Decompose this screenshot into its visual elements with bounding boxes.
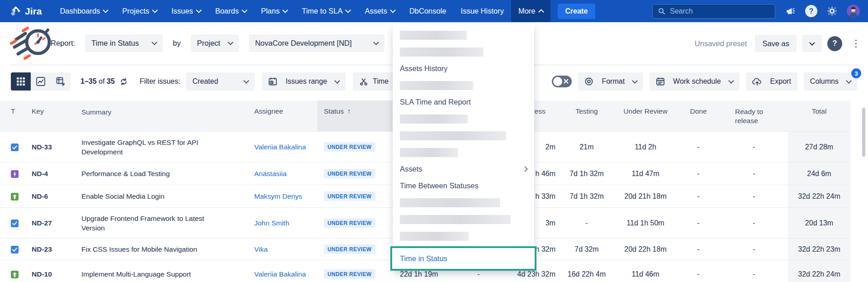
cell-done: -	[677, 192, 720, 201]
nav-item-issues[interactable]: Issues	[164, 0, 208, 22]
cell-under_review: 11d 47m	[614, 170, 677, 178]
story-issue-type-icon	[11, 270, 19, 277]
menu-item-assets-history[interactable]: Assets History	[393, 60, 534, 77]
status-badge: UNDER REVIEW	[324, 191, 375, 201]
menu-item-label: Assets History	[400, 64, 447, 73]
grid-view-button[interactable]	[11, 72, 31, 91]
jira-logo[interactable]: Jira	[10, 0, 42, 22]
nav-item-boards[interactable]: Boards	[208, 0, 254, 22]
more-options-kebab-button[interactable]: ⋮	[848, 38, 864, 49]
announcement-megaphone-icon[interactable]	[785, 6, 796, 17]
chevron-down-icon	[152, 7, 158, 13]
report-help-button[interactable]: ?	[827, 36, 842, 51]
chart-view-button[interactable]	[31, 72, 51, 91]
toggle-knob	[553, 77, 562, 86]
toggle-x-icon	[564, 79, 569, 84]
cell-testing: 7d 1h 32m	[559, 170, 614, 178]
menu-item-redacted[interactable]	[393, 127, 534, 144]
redacted-text-bar	[400, 81, 473, 90]
column-header-key[interactable]: Key	[32, 100, 81, 131]
nav-item-projects[interactable]: Projects	[115, 0, 164, 22]
report-type-select[interactable]: Time in Status	[85, 34, 163, 52]
gear-icon[interactable]	[827, 6, 837, 16]
menu-item-redacted[interactable]	[393, 77, 534, 94]
format-button[interactable]: Format	[578, 72, 643, 91]
redacted-text-bar	[400, 31, 467, 40]
column-header-assignee[interactable]: Assignee	[254, 100, 318, 131]
search-icon	[658, 8, 665, 15]
nav-item-dbconsole[interactable]: DbConsole	[402, 0, 454, 22]
refresh-icon[interactable]	[119, 77, 128, 86]
user-avatar[interactable]	[847, 5, 860, 18]
summary-text: Upgrade Frontend Framework to Latest Ver…	[81, 214, 219, 233]
cell-summary: Upgrade Frontend Framework to Latest Ver…	[81, 214, 254, 233]
column-header-label: Testing	[575, 107, 598, 115]
assignee-link[interactable]: Valeriia Bakalina	[254, 270, 318, 278]
help-icon[interactable]: ?	[805, 5, 817, 17]
task-issue-type-icon	[11, 245, 19, 253]
search-input[interactable]: Search	[652, 4, 775, 19]
menu-item-redacted[interactable]	[393, 228, 534, 244]
nav-item-assets[interactable]: Assets	[357, 0, 402, 22]
assignee-link[interactable]: Valeriia Bakalina	[254, 143, 318, 151]
menu-item-redacted[interactable]	[393, 110, 534, 127]
cell-ready_to_release: -	[720, 245, 788, 253]
column-header-under_review[interactable]: Under Review	[614, 100, 677, 131]
pivot-view-button[interactable]	[51, 72, 71, 91]
menu-item-redacted[interactable]	[393, 27, 534, 43]
column-header-type[interactable]: T	[11, 100, 32, 131]
chevron-down-icon	[152, 39, 157, 45]
column-header-summary[interactable]: Summary	[81, 100, 254, 131]
filter-field-select[interactable]: Created	[186, 72, 255, 91]
nav-item-issue-history[interactable]: Issue History	[454, 0, 511, 22]
nav-item-dashboards[interactable]: Dashboards	[52, 0, 115, 22]
column-header-done[interactable]: Done	[677, 100, 720, 131]
assignee-link[interactable]: Maksym Denys	[254, 192, 318, 201]
cell-ready_to_release: -	[720, 192, 788, 201]
menu-item-redacted[interactable]	[393, 194, 534, 211]
issue-count: 1–35 of 35	[81, 77, 128, 86]
issues-range-button[interactable]: Issues range	[262, 72, 346, 91]
menu-item-redacted[interactable]	[393, 144, 534, 161]
cell-testing: -	[559, 219, 614, 227]
cell-key: ND-27	[32, 219, 81, 227]
cell-key: ND-10	[32, 270, 81, 278]
search-placeholder: Search	[670, 7, 693, 15]
assignee-link[interactable]: Anastasiia	[254, 170, 318, 178]
export-button[interactable]: Export	[746, 72, 797, 91]
column-header-ready_to_release[interactable]: Ready to release	[720, 100, 788, 131]
column-header-testing[interactable]: Testing	[559, 100, 614, 131]
toggle-switch-off[interactable]	[552, 76, 572, 87]
menu-item-time-in-status-highlighted[interactable]: Time in Status	[390, 246, 536, 271]
create-button[interactable]: Create	[558, 4, 596, 19]
assignee-link[interactable]: Vika	[254, 245, 318, 253]
column-header-label: Assignee	[254, 107, 283, 115]
tools-icon	[359, 77, 368, 86]
project-select[interactable]: NovaCore Development [ND]	[249, 34, 384, 52]
cell-total: 27d 28m	[788, 132, 850, 162]
nav-item-label: Projects	[122, 7, 149, 15]
menu-item-assets[interactable]: Assets	[393, 161, 534, 177]
work-schedule-button[interactable]: Work schedule	[650, 72, 740, 91]
group-by-select[interactable]: Project	[191, 34, 239, 52]
columns-button[interactable]: Columns	[804, 72, 857, 91]
top-navigation-bar: Jira DashboardsProjectsIssuesBoardsPlans…	[0, 0, 868, 22]
issues-range-label: Issues range	[285, 77, 327, 86]
assignee-link[interactable]: John Smith	[254, 219, 318, 227]
chevron-down-icon	[334, 78, 340, 84]
nav-item-plans[interactable]: Plans	[254, 0, 294, 22]
save-as-button[interactable]: Save as	[755, 35, 797, 52]
menu-item-sla-time-and-report[interactable]: SLA Time and Report	[393, 94, 534, 110]
nav-item-time-to-sla[interactable]: Time to SLA	[294, 0, 357, 22]
save-options-button[interactable]	[802, 35, 822, 52]
chevron-down-icon	[282, 7, 288, 13]
menu-item-redacted[interactable]	[393, 211, 534, 228]
column-header-status[interactable]: Status↑	[318, 100, 394, 131]
column-header-total[interactable]: Total	[788, 100, 850, 131]
cell-type	[11, 143, 32, 151]
cell-total: 20d 13m	[788, 208, 850, 238]
menu-item-time-between-statuses[interactable]: Time Between Statuses	[393, 177, 534, 194]
nav-item-more[interactable]: More	[511, 0, 550, 22]
vertical-scrollbar-thumb[interactable]	[862, 108, 865, 157]
menu-item-redacted[interactable]	[393, 43, 534, 60]
